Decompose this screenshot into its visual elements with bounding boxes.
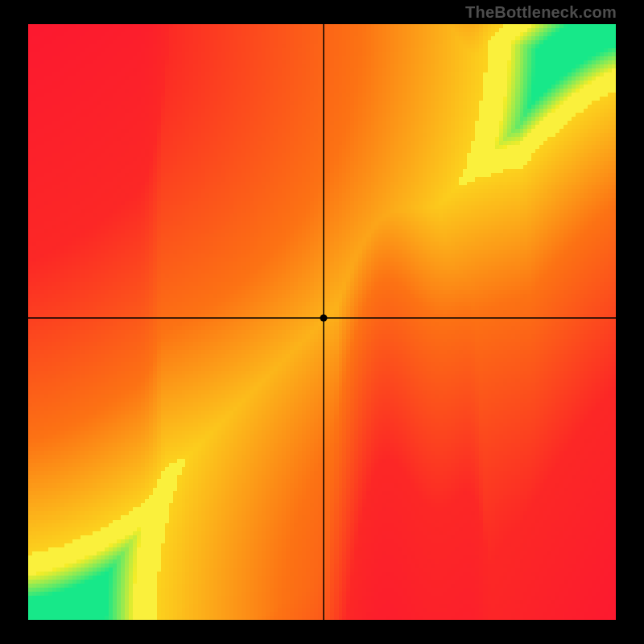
heatmap-canvas — [24, 24, 620, 620]
chart-frame: TheBottleneck.com — [0, 0, 644, 644]
watermark-text: TheBottleneck.com — [465, 3, 617, 22]
heatmap-plot — [24, 24, 620, 620]
